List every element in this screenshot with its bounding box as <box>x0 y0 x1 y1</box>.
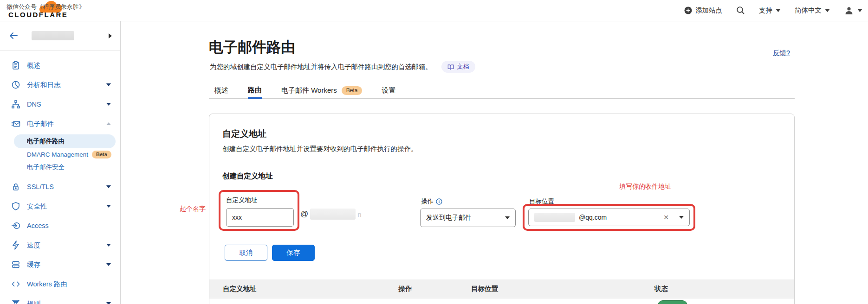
domain-trailing-char: n <box>357 210 361 218</box>
feedback-link[interactable]: 反馈? <box>773 49 790 57</box>
sidebar-item-label: 分析和日志 <box>27 81 61 89</box>
tab-label: 电子邮件 Workers <box>281 86 337 95</box>
sidebar-item-dns[interactable]: DNS <box>0 95 120 114</box>
sidebar-item-security[interactable]: 安全性 <box>0 196 120 216</box>
sidebar-item-ssl-tls[interactable]: SSL/TLS <box>0 177 120 196</box>
chevron-down-icon <box>679 216 684 219</box>
chevron-up-icon <box>106 122 111 125</box>
sidebar-item-email[interactable]: 电子邮件 <box>0 114 120 133</box>
domain-suffix-group: @ n <box>300 209 362 220</box>
address-field-label: 自定义地址 <box>226 196 292 204</box>
tab-overview[interactable]: 概述 <box>214 82 228 99</box>
info-icon[interactable] <box>436 198 442 205</box>
sidebar-item-label: 概述 <box>27 61 40 70</box>
code-brackets-icon <box>11 279 20 289</box>
clear-icon[interactable]: ✕ <box>663 214 669 221</box>
chevron-down-icon <box>106 205 111 208</box>
search-button[interactable] <box>736 6 745 15</box>
add-site-label: 添加站点 <box>695 6 722 15</box>
column-header-custom-address: 自定义地址 <box>223 279 257 298</box>
add-site-button[interactable]: 添加站点 <box>684 6 722 15</box>
page-title: 电子邮件路由 <box>209 38 295 57</box>
sidebar-item-rules[interactable]: 规则 <box>0 294 120 304</box>
cloudflare-email-routing-page: 微信公众号《程序员朱永胜》 CLOUDFLARE 添加站点 支持 <box>0 0 868 304</box>
chevron-down-icon <box>106 185 111 188</box>
tab-email-workers[interactable]: 电子邮件 Workers Beta <box>281 82 362 99</box>
sidebar-item-email-routing[interactable]: 电子邮件路由 <box>14 134 116 148</box>
sidebar-item-workers-routes[interactable]: Workers 路由 <box>0 274 120 294</box>
tab-settings[interactable]: 设置 <box>382 82 395 99</box>
user-icon <box>844 6 854 15</box>
docs-label: 文档 <box>457 63 469 71</box>
sidebar-item-caching[interactable]: 缓存 <box>0 255 120 274</box>
destination-highlight-box: @qq.com ✕ <box>523 204 695 231</box>
annotation-destination-hint: 填写你的收件地址 <box>619 183 671 191</box>
chevron-down-icon <box>776 9 781 12</box>
language-label: 简体中文 <box>795 6 822 15</box>
tab-routes[interactable]: 路由 <box>248 82 262 99</box>
save-button[interactable]: 保存 <box>272 245 315 261</box>
custom-address-input[interactable] <box>226 208 294 227</box>
action-select[interactable]: 发送到电子邮件 <box>420 209 516 227</box>
shield-icon <box>11 202 20 211</box>
sidebar-item-speed[interactable]: 速度 <box>0 235 120 255</box>
sidebar-item-access[interactable]: Access <box>0 216 120 235</box>
book-icon <box>447 64 454 70</box>
main-content: 反馈? 电子邮件路由 为您的域创建自定义电子邮件地址并将传入电子邮件路由到您的首… <box>121 21 868 304</box>
sidebar-item-label: 电子邮件路由 <box>27 137 65 146</box>
pie-chart-icon <box>11 80 20 89</box>
support-menu[interactable]: 支持 <box>759 6 781 15</box>
destination-combobox[interactable]: @qq.com ✕ <box>528 209 690 226</box>
sidebar-item-label: 电子邮件安全 <box>27 163 65 171</box>
address-table-header: 自定义地址 操作 目标位置 状态 <box>209 279 794 298</box>
sidebar-item-analytics[interactable]: 分析和日志 <box>0 75 120 95</box>
custom-address-card: 自定义地址 创建自定义电子邮件地址并设置要对收到的电子邮件执行的操作。 创建自定… <box>209 114 795 304</box>
sidebar-item-label: Workers 路由 <box>27 280 67 289</box>
cancel-button[interactable]: 取消 <box>225 245 267 261</box>
chevron-right-icon[interactable] <box>109 33 112 38</box>
sidebar-item-label: Access <box>27 222 49 229</box>
column-header-status: 状态 <box>654 279 668 298</box>
tab-label: 路由 <box>248 86 262 95</box>
language-menu[interactable]: 简体中文 <box>795 6 830 15</box>
sidebar: 概述 分析和日志 DNS 电子邮件 电子邮件路由 DMARC Mana <box>0 21 121 304</box>
access-arrow-icon <box>11 221 20 230</box>
chevron-down-icon <box>825 9 830 12</box>
lightning-icon <box>11 241 20 250</box>
sidebar-item-label: 缓存 <box>27 260 40 269</box>
chevron-down-icon <box>106 302 111 304</box>
site-name-redacted <box>32 31 74 40</box>
action-label-text: 操作 <box>421 197 434 206</box>
account-menu[interactable] <box>844 6 862 15</box>
action-selected-value: 发送到电子邮件 <box>426 214 472 222</box>
sidebar-item-label: DMARC Management <box>27 151 88 158</box>
clipboard-icon <box>11 61 20 70</box>
at-symbol: @ <box>300 209 308 219</box>
beta-badge: Beta <box>92 151 111 158</box>
card-description: 创建自定义电子邮件地址并设置要对收到的电子邮件执行的操作。 <box>222 145 418 153</box>
address-highlight-box: 自定义地址 <box>219 190 299 231</box>
chevron-down-icon <box>857 9 862 12</box>
brand-wordmark: CLOUDFLARE <box>8 11 68 19</box>
email-icon <box>11 119 20 128</box>
sidebar-item-dmarc-management[interactable]: DMARC Management Beta <box>0 148 120 161</box>
chevron-down-icon <box>106 83 111 86</box>
domain-redacted <box>310 209 356 220</box>
sidebar-item-label: 规则 <box>27 299 40 304</box>
chevron-down-icon <box>505 216 510 219</box>
destination-suffix: @qq.com <box>579 214 607 221</box>
sidebar-item-label: SSL/TLS <box>27 183 54 190</box>
sidebar-item-overview[interactable]: 概述 <box>0 56 120 75</box>
column-header-destination: 目标位置 <box>471 279 498 298</box>
back-arrow-icon[interactable] <box>8 32 19 40</box>
network-tree-icon <box>11 100 20 109</box>
docs-link[interactable]: 文档 <box>441 61 475 73</box>
sidebar-item-label: 安全性 <box>27 202 47 211</box>
sidebar-item-email-security[interactable]: 电子邮件安全 <box>0 161 120 173</box>
search-icon <box>736 6 745 15</box>
chevron-down-icon <box>106 244 111 247</box>
top-bar-actions: 添加站点 支持 简体中文 <box>684 6 862 15</box>
chevron-down-icon <box>106 263 111 266</box>
cloudflare-logo: 微信公众号《程序员朱永胜》 CLOUDFLARE <box>6 0 127 21</box>
annotation-name-hint: 起个名字 <box>180 205 206 213</box>
